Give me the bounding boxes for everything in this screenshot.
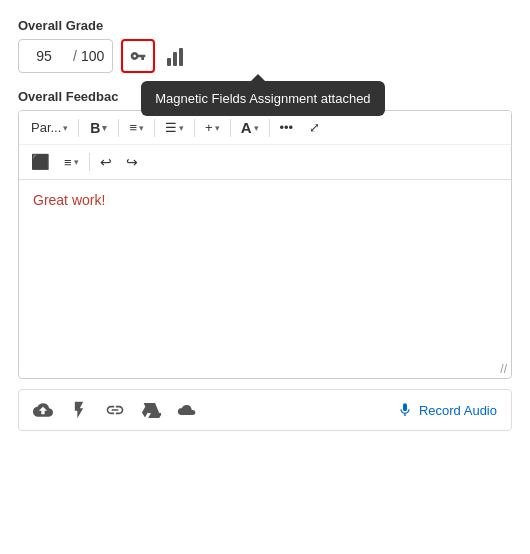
align-chevron: ▾	[139, 123, 144, 133]
paragraph-btn[interactable]: Par... ▾	[25, 116, 74, 139]
cloud-storage-btn[interactable]	[177, 400, 197, 420]
bottom-toolbar: Record Audio	[18, 389, 512, 431]
paint-icon: ⬛	[31, 153, 50, 171]
list-btn[interactable]: ☰ ▾	[159, 116, 190, 139]
align-label: ≡	[129, 120, 137, 135]
sep-2	[118, 119, 119, 137]
font-label: A	[241, 119, 252, 136]
list-label: ☰	[165, 120, 177, 135]
record-audio-label: Record Audio	[419, 403, 497, 418]
bold-chevron: ▾	[102, 123, 107, 133]
toolbar-row-2: ⬛ ≡ ▾ ↩ ↪	[19, 145, 511, 179]
indent-chevron: ▾	[74, 157, 79, 167]
bold-btn[interactable]: B ▾	[83, 116, 114, 140]
link-btn[interactable]	[105, 400, 125, 420]
more-label: •••	[280, 120, 294, 135]
editor-text: Great work!	[33, 192, 105, 208]
grade-section: Overall Grade / 100 Magnetic Fields Assi…	[18, 18, 512, 73]
plus-label: +	[205, 120, 213, 135]
bottom-tools	[33, 400, 197, 420]
editor-wrapper: Par... ▾ B ▾ ≡ ▾ ☰	[18, 110, 512, 379]
editor-toolbar: Par... ▾ B ▾ ≡ ▾ ☰	[19, 111, 511, 180]
indent-btn[interactable]: ≡ ▾	[58, 151, 85, 174]
flash-btn[interactable]	[69, 400, 89, 420]
paragraph-label: Par...	[31, 120, 61, 135]
sep-7	[89, 153, 90, 171]
record-audio-btn[interactable]: Record Audio	[397, 402, 497, 418]
lightning-icon	[69, 400, 89, 420]
insert-btn[interactable]: + ▾	[199, 116, 226, 139]
paint-btn[interactable]: ⬛	[25, 149, 56, 175]
toolbar-row-1: Par... ▾ B ▾ ≡ ▾ ☰	[19, 111, 511, 145]
sep-3	[154, 119, 155, 137]
grade-separator: /	[69, 48, 81, 64]
grade-row: / 100 Magnetic Fields Assignment attache…	[18, 39, 512, 73]
grade-total: 100	[81, 48, 112, 64]
sep-5	[230, 119, 231, 137]
sep-4	[194, 119, 195, 137]
overall-feedback-label: Overall Feedbac	[18, 89, 512, 104]
google-drive-icon	[141, 400, 161, 420]
feedback-label-text: Overall Feedbac	[18, 89, 118, 104]
font-btn[interactable]: A ▾	[235, 115, 265, 140]
list-chevron: ▾	[179, 123, 184, 133]
key-icon	[130, 48, 146, 64]
fullscreen-btn[interactable]: ⤢	[303, 116, 326, 139]
link-icon	[105, 400, 125, 420]
sep-6	[269, 119, 270, 137]
microphone-icon	[397, 402, 413, 418]
indent-label: ≡	[64, 155, 72, 170]
redo-icon: ↪	[126, 154, 138, 170]
undo-icon: ↩	[100, 154, 112, 170]
grade-input[interactable]	[19, 48, 69, 64]
fullscreen-label: ⤢	[309, 120, 320, 135]
page-container: Overall Grade / 100 Magnetic Fields Assi…	[0, 0, 530, 431]
editor-content[interactable]: Great work!	[19, 180, 511, 360]
resize-icon: //	[500, 362, 507, 376]
insert-chevron: ▾	[215, 123, 220, 133]
sep-1	[78, 119, 79, 137]
cloud-upload-icon	[33, 400, 53, 420]
attachment-button[interactable]	[121, 39, 155, 73]
grade-input-wrapper: / 100	[18, 39, 113, 73]
feedback-section: Overall Feedbac Par... ▾ B ▾	[18, 89, 512, 379]
undo-btn[interactable]: ↩	[94, 150, 118, 174]
resize-handle[interactable]: //	[19, 360, 511, 378]
stats-button[interactable]	[167, 46, 183, 66]
google-drive-btn[interactable]	[141, 400, 161, 420]
cloud-storage-icon	[177, 400, 197, 420]
more-btn[interactable]: •••	[274, 116, 300, 139]
redo-btn[interactable]: ↪	[120, 150, 144, 174]
bold-label: B	[90, 120, 100, 136]
overall-grade-label: Overall Grade	[18, 18, 512, 33]
cloud-upload-btn[interactable]	[33, 400, 53, 420]
font-chevron: ▾	[254, 123, 259, 133]
align-btn[interactable]: ≡ ▾	[123, 116, 150, 139]
paragraph-chevron: ▾	[63, 123, 68, 133]
